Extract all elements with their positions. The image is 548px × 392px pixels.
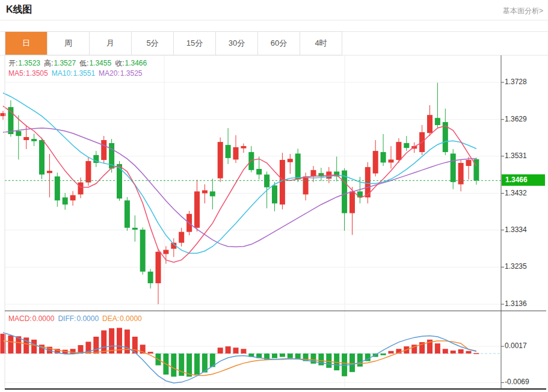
macd-bar — [326, 354, 331, 368]
y-axis-label: 1.3136 — [505, 299, 527, 308]
candle-body — [163, 250, 168, 254]
macd-bar — [272, 354, 277, 358]
macd-bar — [458, 349, 464, 354]
candle-body — [202, 191, 208, 194]
legend-value: 0.0000 — [120, 314, 142, 323]
legend-value: 1.3525 — [120, 69, 143, 78]
legend-value: 1.3551 — [73, 69, 95, 78]
candle-body — [451, 153, 456, 182]
macd-bar — [148, 352, 153, 354]
candle-body — [63, 197, 68, 204]
macd-legend: MACD:0.0000DIFF:0.0000DEA:0.0000 — [8, 314, 146, 323]
macd-bar — [233, 348, 239, 354]
candle-body — [179, 232, 184, 243]
y-axis-label: 1.3334 — [505, 225, 527, 234]
ohlc-legend: 开:1.3523高:1.3527低:1.3455收:1.3466 — [8, 58, 150, 69]
candle-body — [39, 140, 45, 174]
y-axis-label: 1.3629 — [505, 115, 527, 123]
macd-bar — [443, 349, 448, 354]
macd-bar — [101, 331, 106, 354]
candle-body — [311, 170, 316, 177]
candle-body — [241, 146, 246, 149]
candle-body — [466, 160, 472, 166]
y-axis-label: -0.0069 — [505, 378, 529, 386]
candle-body — [23, 137, 29, 140]
candle-body — [427, 115, 433, 133]
candle-body — [31, 139, 37, 141]
candle-body — [140, 230, 146, 272]
candle-body — [404, 143, 409, 148]
macd-bar — [280, 354, 285, 357]
candle-body — [194, 191, 200, 227]
legend-label: 高: — [44, 59, 53, 67]
candle-body — [218, 142, 223, 178]
y-axis-label: 1.3728 — [505, 78, 527, 86]
macd-bar — [109, 328, 114, 354]
macd-bar — [241, 349, 246, 354]
candle-body — [280, 160, 285, 204]
macd-bar — [70, 349, 76, 354]
candle-body — [148, 272, 153, 283]
macd-bar — [194, 354, 200, 375]
macd-bar — [226, 346, 231, 354]
candle-body — [288, 159, 293, 162]
candle-body — [125, 200, 130, 228]
candle-body — [389, 159, 394, 162]
macd-bar — [288, 354, 293, 358]
legend-value: 1.3505 — [26, 69, 48, 78]
candle-body — [264, 174, 269, 187]
candle-body — [78, 182, 84, 194]
candle-body — [156, 252, 161, 283]
macd-bar — [171, 354, 176, 377]
legend-label: MACD: — [8, 314, 32, 323]
macd-bar — [349, 354, 355, 372]
legend-value: 0.0000 — [32, 314, 55, 323]
candle-body — [47, 171, 52, 173]
candle-body — [303, 176, 309, 194]
kline-widget: K线图 基本面分析> 日周月5分15分30分60分4时 开:1.3523高:1.… — [0, 0, 548, 392]
candle-body — [349, 191, 355, 213]
candle-body — [272, 185, 277, 203]
legend-label: MA10: — [52, 69, 73, 78]
macd-bar — [93, 337, 99, 354]
legend-label: 低: — [79, 59, 88, 67]
candle-body — [210, 191, 215, 196]
candle-body — [70, 195, 76, 201]
macd-bar — [473, 353, 479, 354]
legend-label: 开: — [8, 59, 17, 67]
y-axis-label: 0.0017 — [505, 341, 527, 350]
y-axis-label: 1.3432 — [505, 189, 527, 197]
candle-body — [16, 131, 21, 136]
candle-body — [373, 151, 378, 173]
candle-body — [381, 152, 386, 162]
legend-label: 收: — [115, 59, 124, 67]
legend-value: 0.0000 — [76, 314, 99, 323]
candle-body — [458, 163, 464, 185]
diff-line — [3, 332, 476, 383]
macd-bar — [451, 351, 456, 354]
macd-bar — [218, 348, 223, 354]
last-price-badge: 1.3466 — [502, 174, 545, 186]
macd-bar — [357, 354, 363, 367]
macd-bar — [31, 340, 37, 354]
legend-label: DIFF: — [58, 314, 76, 323]
candle-body — [132, 228, 138, 230]
candle-body — [435, 118, 440, 125]
legend-value: 1.3455 — [89, 59, 111, 67]
ma-legend: MA5:1.3505MA10:1.3551MA20:1.3525 — [8, 69, 146, 78]
candle-body — [233, 147, 239, 160]
legend-value: 1.3466 — [125, 59, 147, 67]
candle-body — [256, 169, 262, 174]
candle-body — [101, 140, 106, 160]
macd-bar — [8, 335, 13, 354]
candle-body — [226, 145, 231, 158]
legend-label: DEA: — [102, 314, 119, 323]
legend-label: MA20: — [99, 69, 120, 78]
ma10-line — [3, 93, 476, 254]
macd-bar — [125, 329, 130, 354]
candle-body — [85, 161, 91, 183]
legend-value: 1.3523 — [18, 59, 40, 67]
candle-body — [248, 152, 254, 170]
y-axis-label: 1.3235 — [505, 262, 527, 271]
candle-body — [55, 176, 60, 200]
